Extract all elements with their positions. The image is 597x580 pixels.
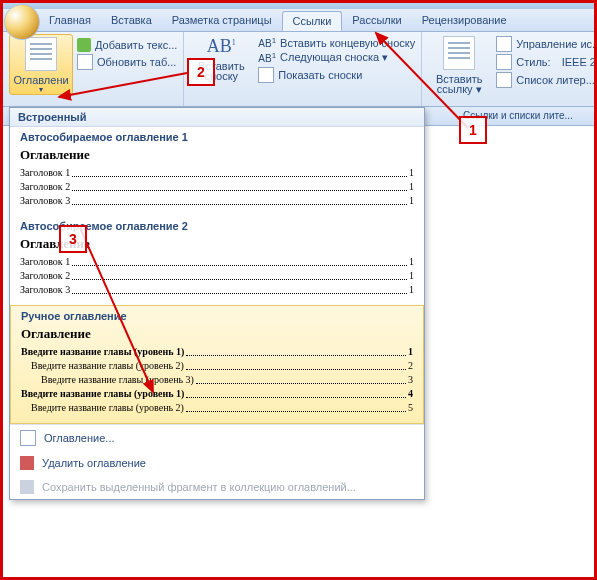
- tab-references[interactable]: Ссылки: [282, 11, 343, 31]
- insert-citation-button[interactable]: Вставить ссылку ▾: [428, 34, 490, 96]
- save-selection-button: Сохранить выделенный фрагмент в коллекци…: [10, 475, 424, 499]
- biblio-icon: [496, 72, 512, 88]
- plus-icon: [77, 38, 91, 52]
- next-footnote-button[interactable]: AB1Следующая сноска ▾: [258, 51, 415, 64]
- toc-icon: [25, 37, 57, 71]
- style-icon: [496, 54, 512, 70]
- save-icon: [20, 480, 34, 494]
- group-toc: Оглавлени ▾ Добавить текс... Обновить та…: [3, 32, 184, 106]
- toc-preview: Заголовок 11Заголовок 21Заголовок 31: [20, 255, 414, 297]
- toc-row: Введите название главы (уровень 1)4: [21, 387, 413, 401]
- toc-preview: Заголовок 11Заголовок 21Заголовок 31: [20, 166, 414, 208]
- style-picker[interactable]: Стиль: IEEE 20: [496, 54, 597, 70]
- toc-dropdown-icon: ▾: [39, 85, 43, 94]
- show-icon: [258, 67, 274, 83]
- ribbon: Оглавлени ▾ Добавить текс... Обновить та…: [3, 32, 594, 107]
- toc-row: Заголовок 21: [20, 269, 414, 283]
- toc-row: Введите название главы (уровень 3)3: [21, 373, 413, 387]
- callout-2: 2: [187, 58, 215, 86]
- remove-icon: [20, 456, 34, 470]
- ab-next-icon: AB1: [258, 51, 276, 64]
- ribbon-tabs: Главная Вставка Разметка страницы Ссылки…: [3, 9, 594, 32]
- tab-insert[interactable]: Вставка: [101, 11, 162, 29]
- gallery-section-builtin: Встроенный: [10, 108, 424, 127]
- toc-gallery: Встроенный Автособираемое оглавление 1 О…: [9, 107, 425, 500]
- app-frame: Главная Вставка Разметка страницы Ссылки…: [0, 0, 597, 580]
- group-footnotes: AB1 Вставить сноску AB1Вставить концевую…: [184, 32, 422, 106]
- office-button[interactable]: [4, 4, 40, 40]
- group-citations: Вставить ссылку ▾ Управление ис... Стиль…: [422, 32, 597, 106]
- callout-3: 3: [59, 225, 87, 253]
- show-footnotes-button[interactable]: Показать сноски: [258, 67, 415, 83]
- toc-row: Заголовок 11: [20, 255, 414, 269]
- gallery-item-auto1[interactable]: Автособираемое оглавление 1 Оглавление З…: [10, 127, 424, 216]
- callout-1: 1: [459, 116, 487, 144]
- citation-icon: [443, 36, 475, 70]
- ab-icon: AB: [207, 36, 232, 56]
- custom-toc-button[interactable]: Оглавление...: [10, 425, 424, 451]
- add-text-button[interactable]: Добавить текс...: [77, 38, 177, 52]
- toc-row: Заголовок 21: [20, 180, 414, 194]
- toc-row: Введите название главы (уровень 2)5: [21, 401, 413, 415]
- doc-icon: [20, 430, 36, 446]
- gallery-item-manual[interactable]: Ручное оглавление Оглавление Введите наз…: [10, 305, 424, 424]
- toc-preview: Введите название главы (уровень 1)1Введи…: [21, 345, 413, 415]
- manage-icon: [496, 36, 512, 52]
- insert-endnote-button[interactable]: AB1Вставить концевую сноску: [258, 36, 415, 49]
- toc-row: Заголовок 11: [20, 166, 414, 180]
- refresh-icon: [77, 54, 93, 70]
- manage-sources-button[interactable]: Управление ис...: [496, 36, 597, 52]
- toc-button[interactable]: Оглавлени ▾: [9, 34, 73, 95]
- bibliography-button[interactable]: Список литер...: [496, 72, 597, 88]
- ab-small-icon: AB1: [258, 36, 276, 49]
- tab-home[interactable]: Главная: [39, 11, 101, 29]
- tab-review[interactable]: Рецензирование: [412, 11, 517, 29]
- tab-mailings[interactable]: Рассылки: [342, 11, 411, 29]
- update-table-button[interactable]: Обновить таб...: [77, 54, 177, 70]
- toc-row: Заголовок 31: [20, 283, 414, 297]
- remove-toc-button[interactable]: Удалить оглавление: [10, 451, 424, 475]
- toc-row: Введите название главы (уровень 2)2: [21, 359, 413, 373]
- tab-layout[interactable]: Разметка страницы: [162, 11, 282, 29]
- toc-row: Введите название главы (уровень 1)1: [21, 345, 413, 359]
- toc-row: Заголовок 31: [20, 194, 414, 208]
